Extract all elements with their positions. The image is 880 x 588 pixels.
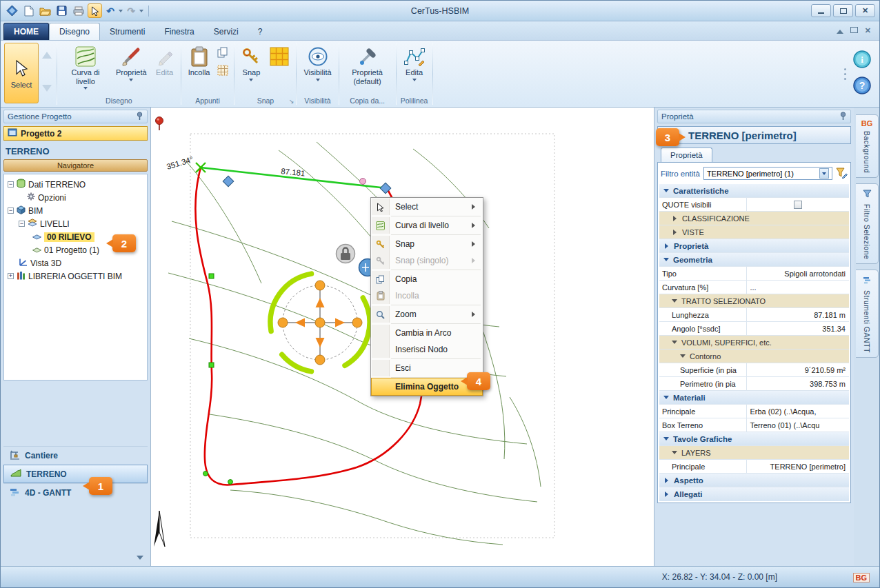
project-manager-header[interactable]: Gestione Progetto xyxy=(3,110,148,123)
menu-item-snap[interactable]: Snap xyxy=(372,236,482,252)
module-button-4d-gantt[interactable]: 4D - GANTT xyxy=(3,483,148,502)
menu-item-inserisci-nodo[interactable]: Inserisci Nodo xyxy=(372,341,482,358)
pushpin-icon[interactable] xyxy=(156,117,163,131)
property-row[interactable]: TipoSpigoli arrotondati xyxy=(659,267,849,281)
property-value[interactable]: TERRENO [perimetro] xyxy=(747,461,850,472)
entity-filter-select[interactable]: TERRENO [perimetro] (1) xyxy=(703,167,832,180)
open-folder-button[interactable] xyxy=(38,3,52,18)
tree-item-livelli[interactable]: LIVELLI xyxy=(6,217,145,230)
drawing-canvas[interactable]: 351.34° 87.181 Select Curva di livello xyxy=(151,108,654,567)
property-value[interactable]: Erba (02) (..\Acqua, xyxy=(747,406,850,417)
tab-finestra[interactable]: Finestra xyxy=(154,23,203,40)
navigator-bar[interactable]: Navigatore xyxy=(3,159,148,172)
bg-indicator[interactable]: BG xyxy=(853,573,870,582)
print-button[interactable] xyxy=(71,3,86,18)
close-document-icon[interactable] xyxy=(865,23,871,36)
side-tab-strumenti-gantt[interactable]: Strumenti GANTT xyxy=(856,270,879,358)
group-row[interactable]: Contorno xyxy=(659,349,849,363)
menu-item-select[interactable]: Select xyxy=(372,199,482,215)
property-value[interactable]: 9´210.59 m² xyxy=(747,365,850,376)
filter-edit-icon[interactable] xyxy=(836,168,848,180)
snap-button[interactable]: Snap xyxy=(238,43,264,85)
copy-icon[interactable] xyxy=(215,45,230,60)
info-button[interactable]: i xyxy=(853,50,871,71)
property-value[interactable]: 351.34 xyxy=(747,323,850,334)
snap-grid-button[interactable] xyxy=(266,43,292,78)
module-button-terreno[interactable]: TERRENO xyxy=(3,465,148,483)
edita-polilinea-button[interactable]: Edita xyxy=(400,43,429,85)
property-row[interactable]: QUOTE visibili xyxy=(659,198,849,212)
close-button[interactable] xyxy=(855,4,875,17)
property-row[interactable]: Box TerrenoTerreno (01) (..\Acqu xyxy=(659,418,849,432)
visibilita-button[interactable]: Visibilità xyxy=(300,43,334,85)
tab-servizi[interactable]: Servizi xyxy=(204,23,248,40)
group-row[interactable]: VISTE xyxy=(659,225,849,239)
property-row[interactable]: PrincipaleErba (02) (..\Acqua, xyxy=(659,405,849,418)
properties-header[interactable]: Proprietà xyxy=(657,110,851,123)
undo-button[interactable] xyxy=(104,6,117,17)
vertex-handle-diamond[interactable] xyxy=(223,176,234,187)
menu-item-curva-di-livello[interactable]: Curva di livello xyxy=(372,217,482,234)
tree-item-libreria[interactable]: LIBRERIA OGGETTI BIM xyxy=(6,270,145,283)
section-row[interactable]: Aspetto xyxy=(659,474,849,487)
dropdown-arrow-icon[interactable] xyxy=(819,168,829,179)
tree-item-opzioni[interactable]: Opzioni xyxy=(6,191,145,204)
property-row[interactable]: Perimetro (in pia398.753 m xyxy=(659,377,849,391)
restore-document-icon[interactable] xyxy=(850,27,858,33)
more-options-icon[interactable] xyxy=(844,68,846,70)
expand-expander-icon[interactable] xyxy=(8,273,14,279)
node-handle-pink[interactable] xyxy=(360,179,366,185)
perimeter-nodes[interactable] xyxy=(203,274,233,484)
proprieta-default-button[interactable]: Proprietà (default) xyxy=(343,43,392,87)
collapse-ribbon-icon[interactable] xyxy=(837,26,843,34)
property-value[interactable]: 398.753 m xyxy=(747,378,850,389)
property-row[interactable]: Angolo [°ssdc]351.34 xyxy=(659,322,849,336)
curva-di-livello-button[interactable]: Curva di livello xyxy=(61,43,110,93)
collapse-expander-icon[interactable] xyxy=(19,221,25,227)
maximize-button[interactable] xyxy=(833,4,853,17)
tree-item-bim[interactable]: BIM xyxy=(6,204,145,217)
pin-icon[interactable] xyxy=(136,112,143,122)
project-root-item[interactable]: Progetto 2 xyxy=(3,126,148,141)
proprieta-button[interactable]: Proprietà xyxy=(112,43,150,85)
tree-item-dati-terreno[interactable]: Dati TERRENO xyxy=(6,178,145,191)
help-button[interactable]: ? xyxy=(853,77,871,97)
spin-up-icon[interactable] xyxy=(42,47,52,59)
move-widget[interactable] xyxy=(270,274,370,372)
property-value[interactable]: Spigoli arrotondati xyxy=(747,268,850,279)
tab-proprieta[interactable]: Proprietà xyxy=(661,148,712,162)
group-row[interactable]: CLASSIFICAZIONE xyxy=(659,212,849,225)
tab-strumenti[interactable]: Strumenti xyxy=(100,23,154,40)
redo-button[interactable] xyxy=(125,6,137,17)
property-value[interactable]: ... xyxy=(747,282,850,293)
property-row[interactable]: PrincipaleTERRENO [perimetro] xyxy=(659,460,849,474)
property-row[interactable]: Lunghezza87.181 m xyxy=(659,308,849,322)
section-row[interactable]: Caratteristiche xyxy=(659,184,849,198)
section-row[interactable]: Tavole Grafiche xyxy=(659,432,849,446)
group-row[interactable]: VOLUMI, SUPERFICI, etc. xyxy=(659,336,849,349)
menu-item-copia[interactable]: Copia xyxy=(372,271,482,287)
section-row[interactable]: Materiali xyxy=(659,391,849,405)
dialog-launcher-icon[interactable] xyxy=(289,98,294,105)
tab-disegno[interactable]: Disegno xyxy=(49,23,100,40)
incolla-button[interactable]: Incolla xyxy=(185,43,214,79)
menu-item-cambia-in-arco[interactable]: Cambia in Arco xyxy=(372,325,482,341)
property-value[interactable]: 87.181 m xyxy=(747,310,850,321)
select-button[interactable]: Select xyxy=(4,43,39,103)
section-row[interactable]: Proprietà xyxy=(659,239,849,253)
chevron-down-icon[interactable] xyxy=(137,556,143,563)
pin-icon[interactable] xyxy=(839,112,847,122)
undo-dropdown-icon[interactable] xyxy=(119,10,123,14)
module-button-cantiere[interactable]: Cantiere xyxy=(3,446,148,465)
section-row[interactable]: Geometria xyxy=(659,253,849,267)
collapse-expander-icon[interactable] xyxy=(8,207,14,214)
group-row[interactable]: TRATTO SELEZIONATO xyxy=(659,294,849,308)
side-tab-background[interactable]: BG Background xyxy=(856,114,879,178)
save-button[interactable] xyxy=(54,3,69,18)
select-tool-button[interactable] xyxy=(88,3,102,18)
collapse-expander-icon[interactable] xyxy=(8,181,14,187)
minimize-button[interactable] xyxy=(811,4,831,17)
property-row[interactable]: Superficie (in pia9´210.59 m² xyxy=(659,363,849,377)
group-row[interactable]: LAYERS xyxy=(659,446,849,460)
property-row[interactable]: Curvatura [%]... xyxy=(659,281,849,294)
